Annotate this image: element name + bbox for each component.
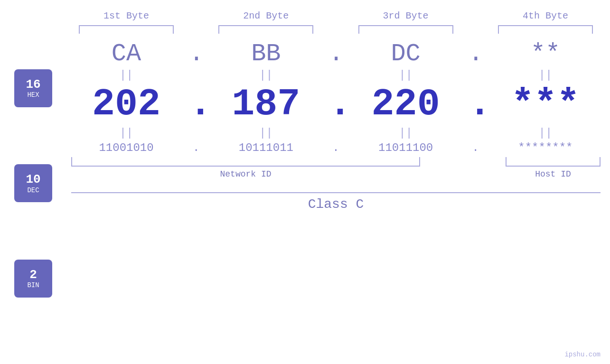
eq2-2: ||	[218, 127, 313, 140]
dec-dot2: .	[328, 83, 343, 126]
dec-dot1: .	[189, 83, 203, 126]
hex-octet3: DC	[358, 40, 453, 68]
dec-dot3: .	[469, 83, 483, 126]
bin-dot1: .	[189, 141, 203, 154]
class-section: Class C	[66, 192, 605, 212]
hex-octet2: BB	[218, 40, 313, 68]
hex-badge-number: 16	[26, 78, 40, 92]
byte2-bracket	[218, 25, 313, 34]
dec-octet1: 202	[79, 83, 174, 126]
class-label: Class C	[66, 197, 605, 212]
content-column: CA . BB . DC . ** || || || || 202	[66, 36, 610, 364]
bottom-brackets: Network ID Host ID	[66, 157, 605, 186]
byte3-label: 3rd Byte	[358, 10, 453, 21]
eq1-2: ||	[218, 69, 313, 82]
dec-badge-number: 10	[26, 173, 40, 187]
byte4-label: 4th Byte	[498, 10, 593, 21]
eq2-4: ||	[498, 127, 593, 140]
bin-dot2: .	[328, 141, 343, 154]
equals-row-1: || || || ||	[66, 69, 605, 82]
hex-octet1: CA	[79, 40, 174, 68]
dec-octet4: ***	[498, 83, 593, 126]
network-bracket	[71, 157, 420, 167]
dec-badge-label: DEC	[27, 187, 39, 194]
host-id-label: Host ID	[506, 169, 601, 179]
dec-row: 202 . 187 . 220 . ***	[66, 83, 605, 126]
eq1-3: ||	[358, 69, 453, 82]
host-bracket	[506, 157, 601, 167]
bin-octet3: 11011100	[358, 141, 453, 154]
bin-row: 11001010 . 10111011 . 11011100 . *******…	[66, 141, 605, 154]
hex-badge: 16 HEX	[14, 69, 52, 107]
bin-octet4: ********	[498, 141, 593, 154]
bin-badge-label: BIN	[27, 281, 39, 289]
byte4-bracket	[498, 25, 593, 34]
eq1-4: ||	[498, 69, 593, 82]
class-bracket-line	[71, 192, 601, 193]
hex-row: CA . BB . DC . **	[66, 40, 605, 68]
bin-badge: 2 BIN	[14, 260, 52, 298]
hex-octet4: **	[498, 40, 593, 68]
bin-dot3: .	[469, 141, 483, 154]
eq2-1: ||	[79, 127, 174, 140]
bin-badge-number: 2	[29, 268, 37, 282]
equals-row-2: || || || ||	[66, 127, 605, 140]
network-id-label: Network ID	[71, 169, 420, 179]
hex-badge-label: HEX	[27, 91, 39, 99]
watermark: ipshu.com	[564, 351, 601, 358]
bin-octet2: 10111011	[218, 141, 313, 154]
eq2-3: ||	[358, 127, 453, 140]
hex-dot3: .	[469, 40, 483, 68]
eq1-1: ||	[79, 69, 174, 82]
dec-octet3: 220	[358, 83, 453, 126]
byte3-bracket	[358, 25, 453, 34]
dec-badge: 10 DEC	[14, 164, 52, 202]
badges-column: 16 HEX 10 DEC 2 BIN	[0, 36, 66, 364]
hex-dot1: .	[189, 40, 203, 68]
bin-octet1: 11001010	[79, 141, 174, 154]
page-container: 1st Byte 2nd Byte 3rd Byte 4th Byte 16 H…	[0, 0, 610, 364]
byte1-bracket	[79, 25, 174, 34]
byte2-label: 2nd Byte	[218, 10, 313, 21]
byte1-label: 1st Byte	[79, 10, 174, 21]
hex-dot2: .	[328, 40, 343, 68]
dec-octet2: 187	[218, 83, 313, 126]
